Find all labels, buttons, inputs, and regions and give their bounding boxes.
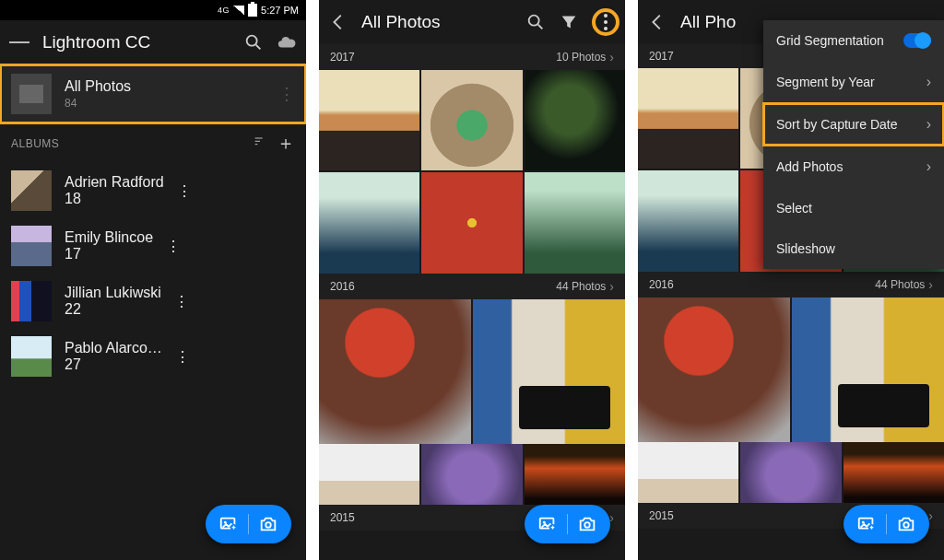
album-thumb [11,170,52,211]
add-album-icon[interactable]: ＋ [277,131,296,156]
photo-thumb[interactable] [525,444,625,505]
photo-thumb[interactable] [319,299,471,444]
segment-year: 2015 [649,509,674,522]
back-icon[interactable] [328,12,348,32]
kebab-icon[interactable]: ⋮ [175,348,190,366]
photo-thumb[interactable] [525,172,625,273]
segment-header[interactable]: 2016 44 Photos › [638,272,944,298]
album-name: Pablo Alarco… [65,340,162,356]
svg-line-10 [538,25,543,29]
fab[interactable] [525,505,610,543]
photo-thumb[interactable] [638,170,738,271]
album-row[interactable]: Jillian Lukiwski 22 ⋮ [0,274,306,329]
all-photos-label: All Photos [65,78,266,95]
menu-sort-capture-date[interactable]: Sort by Capture Date › [763,103,944,146]
chevron-right-icon: › [926,158,931,175]
camera-icon[interactable] [896,514,916,534]
panel-library: 4G 5:27 PM Lightroom CC All Photos 84 ⋮ … [0,0,306,560]
svg-point-0 [247,36,257,46]
album-count: 27 [65,356,162,373]
photo-thumb[interactable] [638,298,790,442]
photo-thumb[interactable] [638,442,738,503]
photo-thumb[interactable] [525,70,625,170]
album-name: Adrien Radford [65,174,164,191]
all-photos-count: 84 [65,97,266,110]
kebab-icon[interactable]: ⋮ [278,91,295,97]
segment-year: 2017 [649,50,674,63]
segment-count: 44 Photos [556,280,606,293]
chevron-right-icon: › [609,510,614,525]
album-thumb [11,336,52,377]
panel-grid: All Photos 2017 10 Photos › 2016 44 Phot… [319,0,625,560]
segment-year: 2016 [330,280,355,293]
album-count: 22 [65,301,161,318]
kebab-icon[interactable]: ⋮ [177,182,192,200]
album-name: Jillian Lukiwski [65,285,161,301]
add-photo-icon[interactable] [856,514,877,534]
photo-thumb[interactable] [421,444,522,505]
add-photo-icon[interactable] [218,514,239,534]
menu-segment-by-year[interactable]: Segment by Year › [763,61,944,103]
sort-icon[interactable] [253,134,267,152]
menu-grid-segmentation[interactable]: Grid Segmentation [763,20,944,61]
photo-thumb[interactable] [421,172,522,273]
status-bar: 4G 5:27 PM [0,0,306,20]
photo-thumb[interactable] [319,172,419,273]
page-title: All Photos [361,12,513,32]
camera-icon[interactable] [258,514,278,534]
all-photos-row[interactable]: All Photos 84 ⋮ [0,64,306,123]
album-row[interactable]: Adrien Radford 18 ⋮ [0,163,306,218]
album-count: 17 [65,246,153,262]
battery-icon [248,4,257,17]
photo-thumb[interactable] [319,444,419,505]
search-icon[interactable] [243,32,264,52]
chevron-right-icon: › [609,50,614,64]
album-thumb [11,281,52,321]
photo-thumb[interactable] [844,442,944,503]
segment-year: 2015 [330,511,355,524]
menu-add-photos[interactable]: Add Photos › [763,146,944,188]
photo-grid [638,298,944,442]
album-row[interactable]: Pablo Alarco… 27 ⋮ [0,329,306,384]
more-icon[interactable] [592,8,620,36]
carrier-label: 4G [218,6,230,15]
toggle-on-icon[interactable] [903,33,931,48]
add-photo-icon[interactable] [537,514,558,534]
segment-year: 2016 [649,278,674,291]
camera-icon[interactable] [577,514,597,534]
photo-grid [319,299,625,444]
menu-icon[interactable] [9,32,30,52]
album-row[interactable]: Emily Blincoe 17 ⋮ [0,218,306,274]
segment-header[interactable]: 2017 10 Photos › [319,44,625,70]
panel-grid-menu: All Pho 2017 2016 44 Photos › 2015 17 Ph… [638,0,944,560]
photo-grid [319,70,625,274]
photo-thumb[interactable] [740,442,841,503]
segment-count: 44 Photos [875,278,925,291]
albums-header: ALBUMS ＋ [0,123,306,163]
menu-select[interactable]: Select [763,188,944,228]
segment-header[interactable]: 2016 44 Photos › [319,274,625,299]
fab[interactable] [844,505,929,543]
search-icon[interactable] [525,12,546,32]
chevron-right-icon: › [609,279,614,294]
svg-point-18 [903,522,909,528]
photo-thumb[interactable] [473,299,625,444]
kebab-icon[interactable]: ⋮ [174,293,189,310]
back-icon[interactable] [647,12,667,32]
kebab-icon[interactable]: ⋮ [166,238,181,255]
photo-thumb[interactable] [792,298,944,442]
photo-thumb[interactable] [421,70,522,170]
svg-line-1 [256,45,261,50]
album-thumb [11,226,52,266]
chevron-right-icon: › [928,277,933,292]
chevron-right-icon: › [928,508,933,523]
photo-thumb[interactable] [319,70,419,170]
filter-icon[interactable] [559,12,579,32]
fab[interactable] [206,505,291,543]
cloud-icon[interactable] [277,32,297,52]
titlebar: All Photos [319,0,625,44]
segment-count: 10 Photos [556,51,606,64]
photo-grid [638,442,944,503]
photo-thumb[interactable] [638,68,738,169]
menu-slideshow[interactable]: Slideshow [763,228,944,269]
